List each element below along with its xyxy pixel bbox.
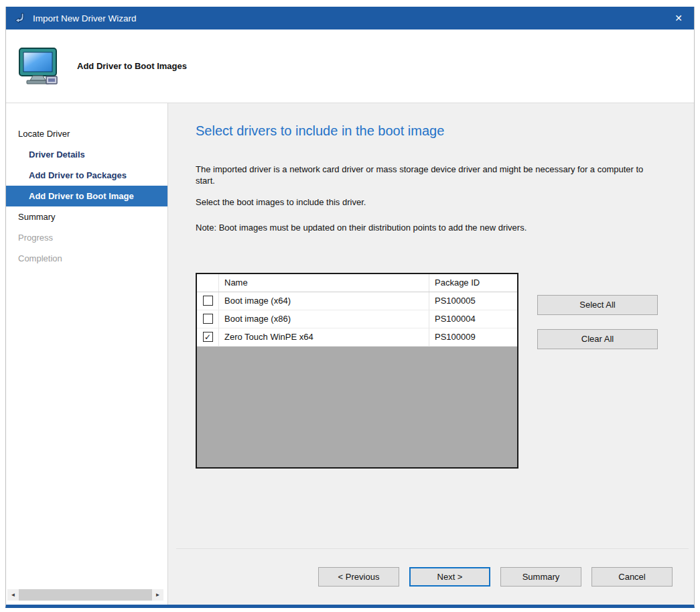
step-completion: Completion <box>6 248 167 269</box>
window-title: Import New Driver Wizard <box>33 13 663 23</box>
table-row[interactable]: ✓ Boot image (x86) PS100004 <box>197 310 517 328</box>
step-progress: Progress <box>6 227 167 248</box>
row-package-id: PS100005 <box>429 292 517 310</box>
wizard-footer: < Previous Next > Summary Cancel <box>176 548 689 605</box>
selection-buttons: Select All Clear All <box>537 273 658 349</box>
boot-image-table: Name Package ID ✓ Boot image (x64) PS100… <box>196 273 518 469</box>
checkmark-icon: ✓ <box>204 332 211 342</box>
note-text: Note: Boot images must be updated on the… <box>196 222 661 233</box>
column-header-package-id[interactable]: Package ID <box>429 274 517 292</box>
intro-text: The imported driver is a network card dr… <box>196 164 661 186</box>
step-add-driver-to-packages[interactable]: Add Driver to Packages <box>6 165 167 186</box>
step-summary[interactable]: Summary <box>6 206 167 227</box>
titlebar: Import New Driver Wizard ✕ <box>6 7 694 29</box>
driver-monitor-icon <box>17 45 60 88</box>
scrollbar-thumb[interactable] <box>19 589 152 601</box>
wizard-icon <box>14 12 26 24</box>
row-name: Zero Touch WinPE x64 <box>218 328 429 346</box>
table-row[interactable]: ✓ Boot image (x64) PS100005 <box>197 292 517 310</box>
main-panel: Select drivers to include in the boot im… <box>168 103 694 605</box>
row-name: Boot image (x86) <box>218 310 429 328</box>
sidebar-horizontal-scrollbar[interactable]: ◄ ► <box>7 589 163 601</box>
previous-button[interactable]: < Previous <box>318 567 399 587</box>
page-title: Add Driver to Boot Images <box>77 61 187 71</box>
content-heading: Select drivers to include in the boot im… <box>196 123 694 139</box>
wizard-steps-sidebar: Locate Driver Driver Details Add Driver … <box>6 103 168 605</box>
row-package-id: PS100004 <box>429 310 517 328</box>
row-name: Boot image (x64) <box>218 292 429 310</box>
scroll-left-icon[interactable]: ◄ <box>7 589 19 601</box>
column-header-name[interactable]: Name <box>218 274 429 292</box>
table-header-row: Name Package ID <box>197 274 517 292</box>
row-checkbox[interactable]: ✓ <box>203 332 213 342</box>
select-all-button[interactable]: Select All <box>537 295 658 315</box>
step-driver-details[interactable]: Driver Details <box>6 144 167 165</box>
step-add-driver-to-boot-image[interactable]: Add Driver to Boot Image <box>6 186 167 206</box>
row-checkbox[interactable]: ✓ <box>203 296 213 306</box>
select-instruction-text: Select the boot images to include this d… <box>196 196 661 208</box>
wizard-window: Import New Driver Wizard ✕ <box>5 7 695 608</box>
wizard-body: Locate Driver Driver Details Add Driver … <box>6 103 694 605</box>
next-button[interactable]: Next > <box>409 567 490 587</box>
clear-all-button[interactable]: Clear All <box>537 329 658 349</box>
wizard-header: Add Driver to Boot Images <box>6 29 694 103</box>
boot-image-table-area: Name Package ID ✓ Boot image (x64) PS100… <box>196 273 694 469</box>
row-checkbox[interactable]: ✓ <box>203 314 213 324</box>
scroll-right-icon[interactable]: ► <box>152 589 163 601</box>
table-row[interactable]: ✓ Zero Touch WinPE x64 PS100009 <box>197 328 517 347</box>
row-package-id: PS100009 <box>429 328 517 346</box>
close-icon[interactable]: ✕ <box>663 7 694 29</box>
step-locate-driver[interactable]: Locate Driver <box>6 123 167 144</box>
summary-button[interactable]: Summary <box>500 567 581 587</box>
cancel-button[interactable]: Cancel <box>591 567 673 587</box>
header-checkbox-column <box>197 274 218 292</box>
